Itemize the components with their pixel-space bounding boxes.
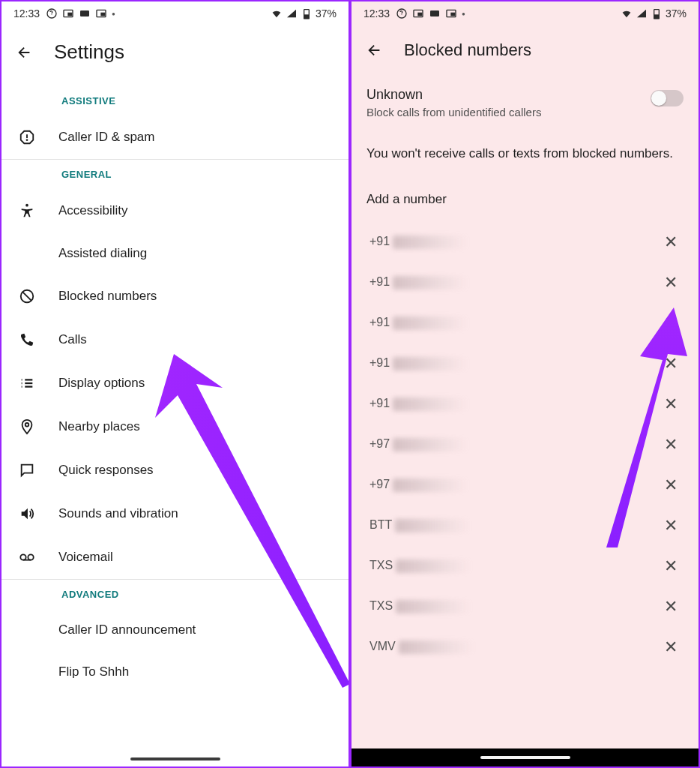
pip-icon bbox=[62, 8, 74, 20]
svg-rect-27 bbox=[430, 10, 439, 16]
back-arrow-icon[interactable] bbox=[366, 42, 383, 58]
back-arrow-icon[interactable] bbox=[16, 44, 33, 61]
item-label: Quick responses bbox=[58, 463, 154, 478]
display-options-item[interactable]: Display options bbox=[1, 362, 349, 405]
clock-text: 12:33 bbox=[363, 8, 390, 20]
wifi-icon bbox=[621, 8, 633, 20]
battery-icon bbox=[651, 8, 663, 20]
blocked-number-row: +97✕ bbox=[357, 465, 693, 506]
item-label: Display options bbox=[58, 376, 145, 391]
item-label: Sounds and vibration bbox=[58, 506, 178, 521]
blocked-number-row: TXS✕ bbox=[357, 546, 693, 586]
page-title: Settings bbox=[54, 40, 124, 64]
svg-point-10 bbox=[27, 140, 28, 140]
clock-text: 12:33 bbox=[13, 8, 40, 20]
app-bar: Blocked numbers bbox=[351, 26, 699, 82]
sounds-vibration-item[interactable]: Sounds and vibration bbox=[1, 492, 349, 536]
battery-text: 37% bbox=[316, 8, 337, 20]
pip-icon bbox=[412, 8, 424, 20]
nav-pill[interactable] bbox=[130, 758, 220, 760]
unknown-toggle[interactable] bbox=[651, 90, 684, 106]
block-icon bbox=[19, 288, 35, 304]
svg-rect-5 bbox=[101, 13, 105, 15]
blocked-number-row: +91✕ bbox=[357, 344, 693, 384]
item-label: Blocked numbers bbox=[58, 289, 157, 304]
svg-point-20 bbox=[25, 423, 29, 427]
pip-icon-2 bbox=[445, 8, 457, 20]
signal-icon bbox=[636, 8, 648, 20]
svg-rect-2 bbox=[68, 13, 72, 15]
voicemail-item[interactable]: Voicemail bbox=[1, 536, 349, 579]
blocked-number-row: BTT✕ bbox=[357, 506, 693, 546]
signal-icon bbox=[286, 8, 298, 20]
unknown-subtitle: Block calls from unidentified callers bbox=[366, 106, 642, 118]
blocked-number-row: +91✕ bbox=[357, 262, 693, 303]
battery-text: 37% bbox=[666, 8, 687, 20]
payment-icon bbox=[79, 8, 91, 20]
message-icon bbox=[19, 462, 35, 478]
add-number-button[interactable]: Add a number bbox=[351, 170, 699, 222]
status-bar: 12:33 ● 37% bbox=[351, 2, 699, 26]
alert-octagon-icon bbox=[19, 129, 35, 146]
blocked-number-row: VMV✕ bbox=[357, 627, 693, 668]
remove-number-button[interactable]: ✕ bbox=[661, 394, 681, 414]
status-bar: 12:33 ● 37% bbox=[1, 2, 349, 26]
voicemail-icon bbox=[19, 549, 35, 566]
remove-number-button[interactable]: ✕ bbox=[661, 354, 681, 374]
item-label: Voicemail bbox=[58, 550, 113, 565]
nav-bar bbox=[1, 752, 349, 766]
caller-id-spam-item[interactable]: Caller ID & spam bbox=[1, 116, 349, 159]
pin-icon bbox=[19, 418, 35, 435]
accessibility-item[interactable]: Accessibility bbox=[1, 189, 349, 232]
remove-number-button[interactable]: ✕ bbox=[661, 232, 681, 252]
item-label: Calls bbox=[58, 332, 87, 347]
svg-point-11 bbox=[25, 204, 28, 207]
number-prefix: +91 bbox=[369, 356, 390, 369]
blocked-number-row: +91✕ bbox=[357, 303, 693, 344]
app-bar: Settings bbox=[1, 26, 349, 86]
blocked-numbers-item[interactable]: Blocked numbers bbox=[1, 274, 349, 318]
whatsapp-icon bbox=[46, 8, 58, 20]
remove-number-button[interactable]: ✕ bbox=[661, 273, 681, 292]
number-prefix: +97 bbox=[369, 478, 390, 490]
volume-icon bbox=[19, 506, 35, 522]
section-general: GENERAL bbox=[1, 160, 349, 189]
more-dot: ● bbox=[112, 10, 115, 17]
blocked-numbers-screen: 12:33 ● 37% Blocked numbers Unknown Bloc… bbox=[350, 0, 700, 768]
redacted-number bbox=[393, 316, 468, 330]
remove-number-button[interactable]: ✕ bbox=[661, 476, 681, 495]
remove-number-button[interactable]: ✕ bbox=[661, 516, 681, 536]
number-prefix: BTT bbox=[369, 518, 392, 531]
assisted-dialing-item[interactable]: Assisted dialing bbox=[1, 232, 349, 274]
whatsapp-icon bbox=[396, 8, 408, 20]
section-advanced: ADVANCED bbox=[1, 580, 349, 609]
number-prefix: +91 bbox=[369, 235, 390, 248]
remove-number-button[interactable]: ✕ bbox=[661, 638, 681, 657]
unknown-toggle-row: Unknown Block calls from unidentified ca… bbox=[366, 87, 684, 118]
caller-id-announcement-item[interactable]: Caller ID announcement bbox=[1, 609, 349, 651]
number-prefix: TXS bbox=[369, 559, 393, 572]
remove-number-button[interactable]: ✕ bbox=[661, 597, 681, 616]
item-label: Accessibility bbox=[58, 203, 128, 218]
number-prefix: TXS bbox=[369, 599, 393, 612]
nav-bar bbox=[351, 748, 699, 766]
redacted-number bbox=[393, 236, 468, 249]
remove-number-button[interactable]: ✕ bbox=[661, 556, 681, 576]
nearby-places-item[interactable]: Nearby places bbox=[1, 405, 349, 448]
svg-rect-26 bbox=[418, 13, 422, 15]
redacted-number bbox=[396, 600, 471, 614]
item-label: Nearby places bbox=[58, 419, 140, 434]
phone-icon bbox=[19, 332, 35, 348]
blocked-numbers-list: +91✕+91✕+91✕+91✕+91✕+97✕+97✕BTT✕TXS✕TXS✕… bbox=[351, 222, 699, 668]
remove-number-button[interactable]: ✕ bbox=[661, 314, 681, 333]
quick-responses-item[interactable]: Quick responses bbox=[1, 448, 349, 492]
svg-rect-31 bbox=[654, 15, 660, 19]
pip-icon-2 bbox=[95, 8, 107, 20]
calls-item[interactable]: Calls bbox=[1, 318, 349, 362]
remove-number-button[interactable]: ✕ bbox=[661, 435, 681, 454]
flip-to-shhh-item[interactable]: Flip To Shhh bbox=[1, 651, 349, 681]
nav-pill[interactable] bbox=[480, 756, 570, 759]
battery-icon bbox=[301, 8, 313, 20]
redacted-number bbox=[393, 438, 468, 452]
number-prefix: +91 bbox=[369, 316, 390, 328]
